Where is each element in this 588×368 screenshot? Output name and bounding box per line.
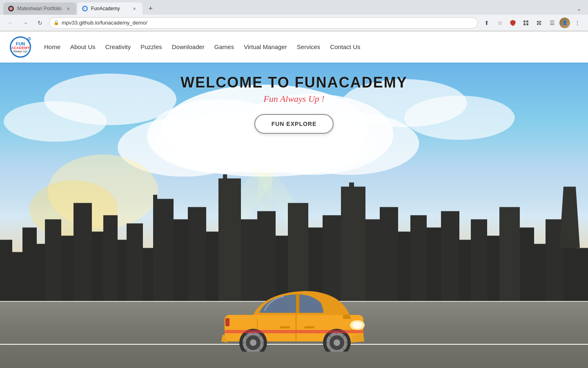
svg-rect-6: [526, 23, 528, 25]
svg-rect-50: [349, 182, 354, 191]
svg-rect-39: [188, 207, 206, 301]
hero-subtitle: Fun Always Up !: [180, 94, 407, 104]
svg-rect-26: [22, 227, 37, 301]
svg-rect-36: [153, 199, 174, 301]
svg-line-85: [343, 349, 344, 350]
svg-rect-28: [45, 219, 61, 301]
nav-games[interactable]: Games: [214, 43, 234, 50]
profile-avatar[interactable]: 👤: [559, 18, 570, 28]
nav-virtual-manager[interactable]: Virtual Manager: [244, 43, 287, 50]
svg-text:F: F: [84, 7, 85, 10]
nav-puzzles[interactable]: Puzzles: [140, 43, 162, 50]
svg-rect-25: [12, 252, 22, 301]
new-tab-button[interactable]: +: [145, 3, 156, 14]
url-text: mpv33.github.io/funacademy_demo/: [62, 20, 473, 26]
car-illustration: [216, 282, 372, 353]
svg-rect-75: [304, 326, 314, 328]
svg-rect-56: [441, 211, 459, 301]
lock-icon: 🔒: [53, 20, 59, 25]
svg-rect-29: [61, 236, 74, 301]
svg-rect-52: [380, 207, 398, 301]
svg-rect-53: [398, 231, 410, 301]
tab-list-button[interactable]: ⌄: [573, 3, 585, 14]
tab-mateshwari[interactable]: Mateshwari Portfolio ✕: [3, 2, 76, 15]
svg-rect-3: [523, 20, 526, 22]
svg-rect-71: [225, 318, 229, 326]
tab2-close[interactable]: ✕: [131, 5, 138, 12]
svg-rect-65: [576, 248, 588, 301]
svg-rect-42: [223, 174, 227, 182]
svg-point-79: [334, 339, 340, 346]
svg-line-96: [246, 335, 247, 337]
svg-rect-60: [499, 207, 520, 301]
svg-rect-33: [118, 240, 127, 301]
logo-fun-text: FUN: [16, 42, 25, 46]
nav-home[interactable]: Home: [44, 43, 60, 50]
svg-rect-31: [92, 231, 103, 301]
svg-line-84: [330, 335, 331, 337]
svg-marker-66: [559, 186, 580, 248]
website-content: FUN ACADEMY Always Up! ⚙ Home About Us C…: [0, 31, 588, 368]
tab-funacademy[interactable]: F FunAcademy ✕: [77, 2, 143, 15]
tab2-title: FunAcademy: [91, 6, 128, 11]
svg-rect-34: [127, 223, 143, 301]
svg-point-91: [250, 339, 256, 346]
forward-button[interactable]: →: [20, 17, 31, 29]
svg-line-87: [343, 335, 344, 337]
svg-line-97: [259, 349, 261, 350]
tab-bar: Mateshwari Portfolio ✕ F FunAcademy ✕ + …: [0, 0, 588, 15]
nav-creativity[interactable]: Creativity: [105, 43, 131, 50]
svg-rect-32: [103, 215, 118, 301]
nav-services[interactable]: Services: [297, 43, 321, 50]
nav-about[interactable]: About Us: [70, 43, 96, 50]
svg-point-70: [352, 322, 362, 328]
svg-rect-27: [37, 244, 45, 301]
tab2-favicon: F: [82, 6, 88, 11]
svg-rect-5: [523, 23, 526, 25]
sidebar-icon[interactable]: ☰: [546, 17, 558, 29]
hero-content: WELCOME TO FUNACADEMY Fun Always Up ! FU…: [180, 74, 407, 134]
address-bar: ← → ↻ 🔒 mpv33.github.io/funacademy_demo/…: [0, 15, 588, 31]
svg-rect-58: [471, 219, 487, 301]
browser-chrome: Mateshwari Portfolio ✕ F FunAcademy ✕ + …: [0, 0, 588, 31]
svg-rect-68: [296, 294, 299, 313]
svg-rect-37: [153, 195, 157, 203]
logo-circle: FUN ACADEMY Always Up! ⚙: [10, 36, 31, 58]
url-bar[interactable]: 🔒 mpv33.github.io/funacademy_demo/: [49, 17, 478, 29]
bookmark-icon[interactable]: ☆: [494, 17, 506, 29]
svg-rect-59: [487, 236, 499, 301]
reload-button[interactable]: ↻: [34, 17, 46, 29]
fun-explore-button[interactable]: FUN EXPLORE: [254, 114, 334, 134]
share-icon[interactable]: ⬆: [481, 17, 492, 29]
extensions-icon[interactable]: [520, 17, 532, 29]
back-button[interactable]: ←: [5, 17, 16, 29]
svg-rect-100: [225, 330, 363, 333]
menu-button[interactable]: ⋮: [572, 17, 583, 29]
svg-rect-35: [143, 248, 153, 301]
logo-tagline-text: Always Up!: [13, 50, 27, 53]
puzzle-icon[interactable]: [533, 17, 545, 29]
svg-rect-24: [0, 240, 12, 301]
svg-rect-54: [410, 215, 427, 301]
toolbar-icons: ⬆ ☆ ☰ 👤 ⋮: [481, 17, 583, 29]
shield-icon[interactable]: [507, 17, 519, 29]
tab1-title: Mateshwari Portfolio: [17, 6, 62, 11]
logo-gear-icon: ⚙: [27, 36, 31, 42]
hero-section: WELCOME TO FUNACADEMY Fun Always Up ! FU…: [0, 63, 588, 368]
tab1-close[interactable]: ✕: [65, 5, 71, 12]
site-logo[interactable]: FUN ACADEMY Always Up! ⚙: [10, 36, 31, 58]
svg-rect-62: [534, 244, 546, 301]
nav-downloader[interactable]: Downloader: [172, 43, 205, 50]
svg-line-99: [259, 335, 261, 337]
svg-rect-57: [459, 240, 471, 301]
svg-rect-61: [520, 227, 534, 301]
logo-academy-text: ACADEMY: [11, 46, 30, 50]
svg-rect-74: [280, 326, 290, 328]
svg-rect-4: [526, 20, 528, 22]
tab1-favicon: [8, 6, 14, 11]
svg-rect-38: [174, 219, 188, 301]
site-navbar: FUN ACADEMY Always Up! ⚙ Home About Us C…: [0, 31, 588, 63]
svg-line-86: [330, 349, 331, 350]
city-skyline: [0, 133, 588, 301]
nav-contact[interactable]: Contact Us: [330, 43, 360, 50]
